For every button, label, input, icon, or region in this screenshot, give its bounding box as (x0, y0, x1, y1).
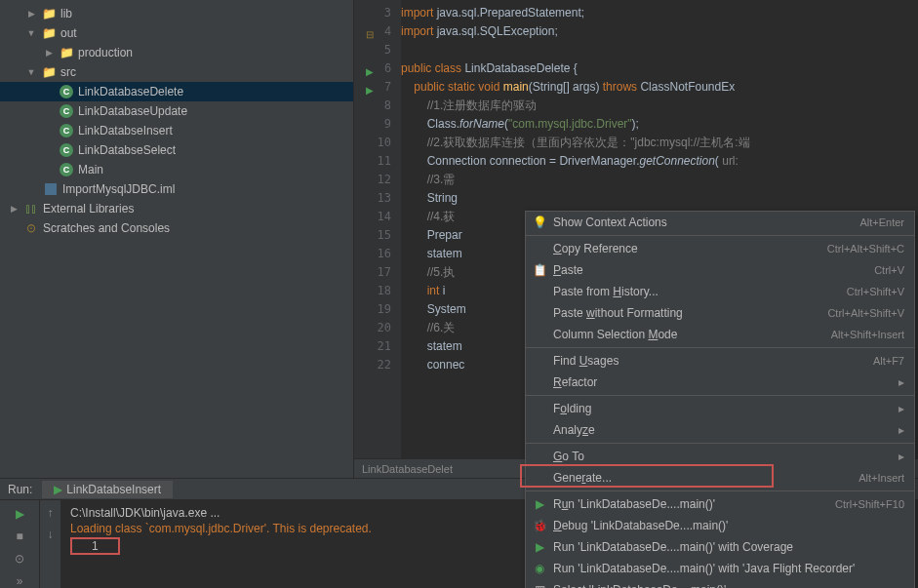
tree-scratches[interactable]: ⊙Scratches and Consoles (0, 218, 353, 238)
rerun-button[interactable]: ▶ (12, 506, 27, 521)
ctx-show-context-actions[interactable]: 💡Show Context ActionsAlt+Enter (526, 212, 914, 233)
tree-file-insert[interactable]: CLinkDatabseInsert (0, 121, 353, 140)
ctx-run-jfr[interactable]: ◉Run 'LinkDatabaseDe....main()' with 'Ja… (526, 558, 914, 579)
select-icon: ▦ (532, 583, 547, 588)
bulb-icon: 💡 (532, 216, 547, 229)
debug-icon: 🐞 (532, 519, 547, 532)
jfr-icon: ◉ (532, 562, 547, 575)
folder-icon: 📁 (41, 64, 57, 80)
ctx-debug[interactable]: 🐞Debug 'LinkDatabaseDe....main()' (526, 515, 914, 536)
run-label: Run: (8, 483, 32, 496)
up-button[interactable]: ↑ (48, 506, 54, 520)
play-icon: ▶ (54, 483, 62, 496)
submenu-icon: ▸ (898, 402, 904, 415)
editor-gutter: 3 4⊟ 5 6▶ 7▶ 8 9 10 11 12 13 14 15 16 17… (354, 0, 401, 478)
class-icon: C (60, 124, 73, 137)
tree-file-main[interactable]: CMain (0, 160, 353, 179)
scratch-icon: ⊙ (23, 220, 39, 236)
settings-button[interactable]: ⊙ (12, 552, 27, 567)
submenu-icon: ▸ (898, 375, 904, 389)
output-warning: Loading class `com.mysql.jdbc.Driver'. T… (70, 522, 372, 535)
library-icon: ⫿⫿ (23, 201, 39, 216)
tree-production[interactable]: ▶📁production (0, 43, 353, 62)
ctx-paste-no-fmt[interactable]: Paste without FormattingCtrl+Alt+Shift+V (526, 302, 914, 324)
tree-external-libraries[interactable]: ▶⫿⫿External Libraries (0, 199, 353, 218)
folder-icon: 📁 (41, 6, 57, 21)
submenu-icon: ▸ (898, 423, 904, 437)
play-icon: ▶ (532, 497, 547, 511)
folder-icon: 📁 (59, 45, 74, 60)
coverage-icon: ▶ (532, 540, 547, 554)
ctx-run[interactable]: ▶Run 'LinkDatabaseDe....main()'Ctrl+Shif… (526, 493, 914, 515)
ctx-column-selection[interactable]: Column Selection ModeAlt+Shift+Insert (526, 324, 914, 345)
tree-src[interactable]: ▼📁src (0, 62, 353, 82)
project-tree: ▶📁lib ▼📁out ▶📁production ▼📁src CLinkData… (0, 0, 354, 478)
tree-file-select[interactable]: CLinkDatabseSelect (0, 140, 353, 160)
submenu-icon: ▸ (898, 450, 904, 463)
ctx-goto[interactable]: Go To▸ (526, 446, 914, 467)
down-button[interactable]: ↓ (48, 528, 54, 541)
ctx-analyze[interactable]: Analyze▸ (526, 419, 914, 441)
run-tab[interactable]: ▶LinkDatabseInsert (42, 481, 173, 498)
ctx-refactor[interactable]: Refactor▸ (526, 372, 914, 393)
ctx-paste[interactable]: 📋PasteCtrl+V (526, 259, 914, 281)
paste-icon: 📋 (532, 263, 547, 277)
context-menu: 💡Show Context ActionsAlt+Enter Copy Refe… (525, 211, 915, 588)
class-icon: C (60, 104, 73, 118)
ctx-run-coverage[interactable]: ▶Run 'LinkDatabaseDe....main()' with Cov… (526, 536, 914, 558)
run-toolbar: ▶ ■ ⊙ » (0, 500, 39, 588)
class-icon: C (60, 143, 73, 157)
output-result: 1 (70, 537, 120, 555)
tree-file-update[interactable]: CLinkDatabaseUpdate (0, 101, 353, 121)
class-icon: C (60, 85, 73, 98)
stop-button[interactable]: ■ (12, 529, 27, 543)
ctx-select-run[interactable]: ▦Select 'LinkDatabaseDe....main()' (526, 579, 914, 588)
tree-out[interactable]: ▼📁out (0, 23, 353, 43)
ctx-paste-history[interactable]: Paste from History...Ctrl+Shift+V (526, 281, 914, 302)
folder-icon: 📁 (41, 25, 57, 41)
ctx-generate[interactable]: Generate...Alt+Insert (526, 467, 914, 489)
tree-lib[interactable]: ▶📁lib (0, 4, 353, 23)
iml-icon (45, 183, 57, 195)
ctx-folding[interactable]: Folding▸ (526, 398, 914, 419)
ctx-copy-reference[interactable]: Copy ReferenceCtrl+Alt+Shift+C (526, 238, 914, 259)
tree-file-delete[interactable]: CLinkDatabaseDelete (0, 82, 353, 101)
ctx-find-usages[interactable]: Find UsagesAlt+F7 (526, 350, 914, 372)
class-icon: C (60, 163, 73, 176)
pin-button[interactable]: » (12, 574, 27, 588)
tree-iml[interactable]: ImportMysqlJDBC.iml (0, 179, 353, 199)
